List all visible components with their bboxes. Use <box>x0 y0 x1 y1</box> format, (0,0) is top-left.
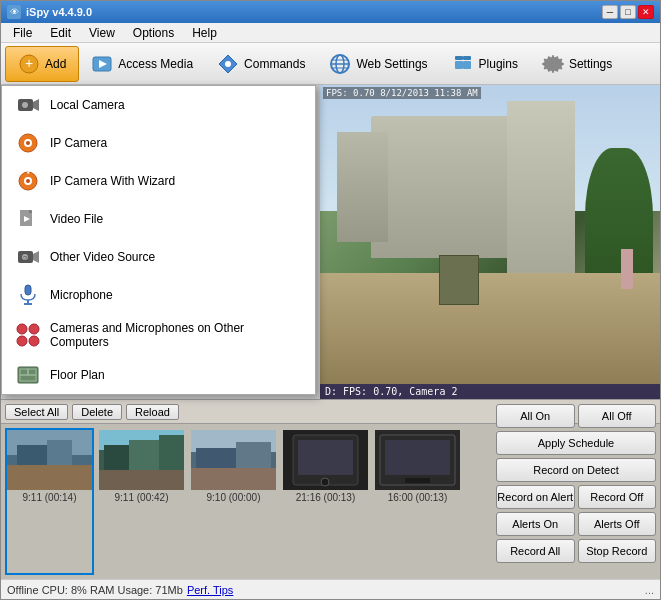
minimize-button[interactable]: ─ <box>602 5 618 19</box>
thumbnail-label-4: 21:16 (00:13) <box>296 492 356 503</box>
menu-options[interactable]: Options <box>125 24 182 42</box>
thumbnail-label-5: 16:00 (00:13) <box>388 492 448 503</box>
dropdown-video-file[interactable]: Video File <box>2 200 315 238</box>
dropdown-floor-plan[interactable]: Floor Plan <box>2 356 315 394</box>
record-on-detect-button[interactable]: Record on Detect <box>496 458 656 482</box>
toolbar: + Add Access Media Commands <box>1 43 660 85</box>
apply-schedule-button[interactable]: Apply Schedule <box>496 431 656 455</box>
toolbar-web-settings[interactable]: Web Settings <box>317 46 439 82</box>
alerts-off-button[interactable]: Alerts Off <box>578 512 657 536</box>
record-all-button[interactable]: Record All <box>496 539 575 563</box>
delete-button[interactable]: Delete <box>72 404 122 420</box>
status-text: Offline CPU: 8% RAM Usage: 71Mb <box>7 584 183 596</box>
svg-marker-17 <box>33 99 39 111</box>
svg-rect-54 <box>159 435 184 475</box>
other-video-icon: ? <box>16 245 40 269</box>
thumb-svg-2 <box>99 430 184 490</box>
svg-point-37 <box>17 324 27 334</box>
record-on-alert-button[interactable]: Record on Alert <box>496 485 575 509</box>
thumbnail-img-1 <box>7 430 92 490</box>
svg-rect-13 <box>455 56 463 60</box>
svg-rect-53 <box>129 440 159 475</box>
toolbar-commands[interactable]: Commands <box>205 46 317 82</box>
object-center <box>439 255 479 305</box>
right-control-panel: All On All Off Apply Schedule Record on … <box>496 424 656 563</box>
add-dropdown-menu: Local Camera IP Camera <box>1 85 316 395</box>
menu-edit[interactable]: Edit <box>42 24 79 42</box>
thumbnail-2[interactable]: 9:11 (00:42) <box>97 428 186 575</box>
cameras-microphones-icon <box>16 323 40 347</box>
dropdown-ip-camera[interactable]: IP Camera <box>2 124 315 162</box>
building2 <box>337 132 388 242</box>
maximize-button[interactable]: □ <box>620 5 636 19</box>
svg-rect-12 <box>463 61 471 69</box>
microphone-icon <box>16 283 40 307</box>
title-bar-left: 👁 iSpy v4.4.9.0 <box>7 5 92 19</box>
dropdown-microphone[interactable]: Microphone <box>2 276 315 314</box>
record-off-button[interactable]: Record Off <box>578 485 657 509</box>
person-figure <box>621 249 633 289</box>
plugins-icon <box>452 53 474 75</box>
reload-button[interactable]: Reload <box>126 404 179 420</box>
btn-row-6: Record All Stop Record <box>496 539 656 563</box>
thumbnail-label-1: 9:11 (00:14) <box>23 492 77 503</box>
svg-rect-14 <box>463 56 471 60</box>
perf-tips-link[interactable]: Perf. Tips <box>187 584 233 596</box>
local-camera-icon <box>16 93 40 117</box>
toolbar-add[interactable]: + Add <box>5 46 79 82</box>
btn-row-5: Alerts On Alerts Off <box>496 512 656 536</box>
app-icon: 👁 <box>7 5 21 19</box>
ip-camera-icon <box>16 131 40 155</box>
all-on-button[interactable]: All On <box>496 424 575 428</box>
thumbnail-4[interactable]: 21:16 (00:13) <box>281 428 370 575</box>
select-all-button[interactable]: Select All <box>5 404 68 420</box>
svg-text:?: ? <box>23 254 28 263</box>
ip-camera-wizard-icon: ★ <box>16 169 40 193</box>
svg-point-64 <box>321 478 329 486</box>
btn-row-1: All On All Off <box>496 424 656 428</box>
svg-rect-60 <box>191 468 276 490</box>
camera-overlay: D: FPS: 0.70, Camera 2 <box>320 384 660 399</box>
svg-point-38 <box>29 324 39 334</box>
thumbnail-3[interactable]: 9:10 (00:00) <box>189 428 278 575</box>
camera-view-area: FPS: 0.70 8/12/2013 11:38 AM D: FPS: 0.7… <box>320 85 660 399</box>
btn-row-2: Apply Schedule <box>496 431 656 455</box>
svg-point-24 <box>26 179 30 183</box>
menu-help[interactable]: Help <box>184 24 225 42</box>
web-settings-icon <box>329 53 351 75</box>
menu-view[interactable]: View <box>81 24 123 42</box>
thumb-svg-1 <box>7 430 92 490</box>
all-off-button[interactable]: All Off <box>578 424 657 428</box>
svg-point-39 <box>17 336 27 346</box>
alerts-on-button[interactable]: Alerts On <box>496 512 575 536</box>
thumbnail-img-3 <box>191 430 276 490</box>
dropdown-cameras-microphones[interactable]: Cameras and Microphones on Other Compute… <box>2 314 315 356</box>
close-button[interactable]: ✕ <box>638 5 654 19</box>
thumb-svg-5 <box>375 430 460 490</box>
video-file-icon <box>16 207 40 231</box>
thumbnail-5[interactable]: 16:00 (00:13) <box>373 428 462 575</box>
thumbnail-img-2 <box>99 430 184 490</box>
svg-rect-11 <box>455 61 463 69</box>
bottom-section: Select All Delete Reload <box>1 399 660 579</box>
toolbar-settings[interactable]: Settings <box>530 46 624 82</box>
dropdown-ip-camera-wizard[interactable]: ★ IP Camera With Wizard <box>2 162 315 200</box>
thumbnail-label-2: 9:11 (00:42) <box>115 492 169 503</box>
thumbnail-1[interactable]: 9:11 (00:14) <box>5 428 94 575</box>
dropdown-other-video[interactable]: ? Other Video Source <box>2 238 315 276</box>
status-bar: Offline CPU: 8% RAM Usage: 71Mb Perf. Ti… <box>1 579 660 599</box>
building3 <box>507 101 575 274</box>
thumbnail-label-3: 9:10 (00:00) <box>207 492 261 503</box>
toolbar-access-media[interactable]: Access Media <box>79 46 205 82</box>
svg-point-5 <box>225 61 231 67</box>
thumbnail-img-5 <box>375 430 460 490</box>
stop-record-button[interactable]: Stop Record <box>578 539 657 563</box>
toolbar-plugins[interactable]: Plugins <box>440 46 530 82</box>
svg-marker-31 <box>33 251 39 263</box>
svg-rect-68 <box>405 478 430 483</box>
camera-image <box>320 85 660 399</box>
menu-file[interactable]: File <box>5 24 40 42</box>
svg-point-18 <box>22 102 28 108</box>
dropdown-local-camera[interactable]: Local Camera <box>2 86 315 124</box>
svg-rect-55 <box>99 470 184 490</box>
